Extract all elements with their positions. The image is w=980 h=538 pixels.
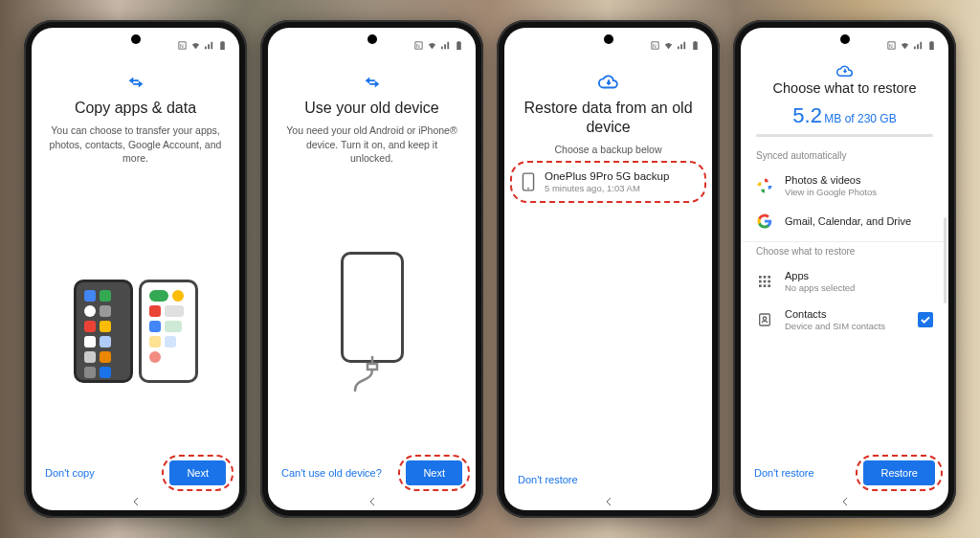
phone-icon: [522, 172, 535, 191]
battery-icon: [690, 40, 701, 51]
phone-2-screen: N Use your old device You need your old …: [268, 28, 476, 510]
wifi-icon: [663, 40, 674, 51]
wifi-icon: [427, 40, 437, 51]
back-nav-icon[interactable]: [367, 496, 378, 507]
android-nav-bar: [504, 493, 712, 510]
restore-button[interactable]: Restore: [863, 460, 935, 485]
storage-bar: [756, 134, 933, 137]
phone-1: N Copy apps & data You can choose to tra…: [24, 20, 247, 518]
storage-unit: MB of 230 GB: [822, 112, 897, 125]
illustration-cable-phone: [341, 252, 404, 363]
svg-rect-6: [759, 276, 762, 279]
svg-text:N: N: [180, 42, 184, 48]
cloud-download-icon: [836, 64, 854, 78]
row-gmail-calendar-drive[interactable]: Gmail, Calendar, and Drive: [741, 205, 948, 237]
page-subtitle: Choose a backup below: [522, 143, 695, 157]
dont-restore-link[interactable]: Don't restore: [754, 467, 814, 479]
transfer-arrows-icon: [125, 72, 146, 93]
cable-icon: [348, 356, 396, 394]
illustration-area: [32, 166, 239, 460]
battery-icon: [926, 40, 937, 51]
svg-rect-12: [759, 284, 762, 287]
front-camera: [368, 34, 377, 44]
section-header-synced: Synced automatically: [741, 150, 948, 167]
google-g-icon: [756, 213, 773, 230]
svg-rect-11: [768, 280, 770, 283]
storage-value: 5.2: [792, 103, 822, 127]
backup-timestamp: 5 minutes ago, 1:03 AM: [545, 183, 695, 193]
svg-point-16: [763, 317, 766, 320]
apps-grid-icon: [756, 273, 773, 290]
row-title: Photos & videos: [785, 174, 877, 186]
nfc-icon: N: [177, 40, 188, 51]
battery-icon: [217, 40, 228, 51]
row-title: Apps: [785, 270, 855, 281]
google-photos-icon: [756, 177, 773, 194]
page-title: Use your old device: [285, 99, 458, 118]
checkbox-checked-icon[interactable]: [918, 312, 933, 327]
svg-rect-10: [764, 280, 767, 283]
stage: N Copy apps & data You can choose to tra…: [0, 0, 980, 538]
front-camera: [604, 34, 613, 44]
signal-icon: [677, 40, 687, 51]
nfc-icon: N: [650, 40, 660, 51]
cant-use-device-link[interactable]: Can't use old device?: [281, 467, 382, 479]
svg-text:N: N: [416, 42, 420, 48]
svg-rect-9: [759, 280, 762, 283]
svg-rect-8: [768, 276, 770, 279]
dont-restore-link[interactable]: Don't restore: [518, 474, 578, 485]
phone-2: N Use your old device You need your old …: [260, 20, 483, 518]
storage-metric: 5.2 MB of 230 GB: [754, 103, 935, 128]
front-camera: [840, 34, 850, 44]
back-nav-icon[interactable]: [603, 496, 614, 507]
section-header-choose: Choose what to restore: [741, 246, 948, 262]
divider: [741, 241, 948, 242]
svg-rect-13: [764, 284, 767, 287]
svg-rect-14: [768, 284, 770, 287]
android-nav-bar: [268, 493, 476, 510]
page-title: Copy apps & data: [49, 99, 222, 118]
illustration-area: [268, 166, 476, 460]
next-button[interactable]: Next: [406, 460, 462, 485]
phone-1-screen: N Copy apps & data You can choose to tra…: [32, 28, 239, 510]
nfc-icon: N: [886, 40, 897, 51]
contacts-icon: [756, 311, 773, 328]
row-contacts[interactable]: ContactsDevice and SIM contacts: [741, 301, 948, 339]
next-button[interactable]: Next: [169, 460, 226, 485]
android-nav-bar: [32, 493, 239, 510]
phone-4: N Choose what to restore 5.2 MB of 230 G…: [733, 20, 956, 518]
backup-name: OnePlus 9Pro 5G backup: [545, 170, 695, 182]
row-title: Gmail, Calendar, and Drive: [785, 215, 911, 227]
signal-icon: [204, 40, 214, 51]
transfer-arrows-icon: [362, 72, 383, 93]
wifi-icon: [190, 40, 201, 51]
row-photos-videos[interactable]: Photos & videosView in Google Photos: [741, 167, 948, 205]
backup-list-item[interactable]: OnePlus 9Pro 5G backup 5 minutes ago, 1:…: [504, 161, 712, 203]
illustration-new-phone: [139, 280, 198, 383]
page-title: Restore data from an old device: [522, 99, 695, 137]
phone-4-screen: N Choose what to restore 5.2 MB of 230 G…: [741, 28, 948, 510]
nfc-icon: N: [413, 40, 424, 51]
row-subtitle: Device and SIM contacts: [785, 321, 885, 331]
back-nav-icon[interactable]: [130, 496, 142, 507]
row-title: Contacts: [785, 308, 885, 320]
scroll-indicator: [944, 217, 947, 303]
cloud-download-icon: [598, 72, 619, 93]
svg-text:N: N: [889, 42, 893, 48]
row-subtitle: No apps selected: [785, 282, 855, 293]
signal-icon: [913, 40, 924, 51]
svg-rect-7: [764, 276, 767, 279]
android-nav-bar: [741, 493, 948, 510]
illustration-old-phone: [74, 280, 133, 383]
battery-icon: [454, 40, 464, 51]
signal-icon: [440, 40, 451, 51]
dont-copy-link[interactable]: Don't copy: [45, 467, 95, 479]
svg-text:N: N: [653, 42, 657, 48]
page-subtitle: You can choose to transfer your apps, ph…: [49, 123, 222, 166]
row-apps[interactable]: AppsNo apps selected: [741, 262, 948, 301]
row-subtitle: View in Google Photos: [785, 187, 877, 197]
phone-3-screen: N Restore data from an old device Choose…: [504, 28, 712, 510]
page-title: Choose what to restore: [754, 80, 935, 96]
page-subtitle: You need your old Android or iPhone® dev…: [285, 123, 458, 166]
back-nav-icon[interactable]: [839, 496, 851, 507]
